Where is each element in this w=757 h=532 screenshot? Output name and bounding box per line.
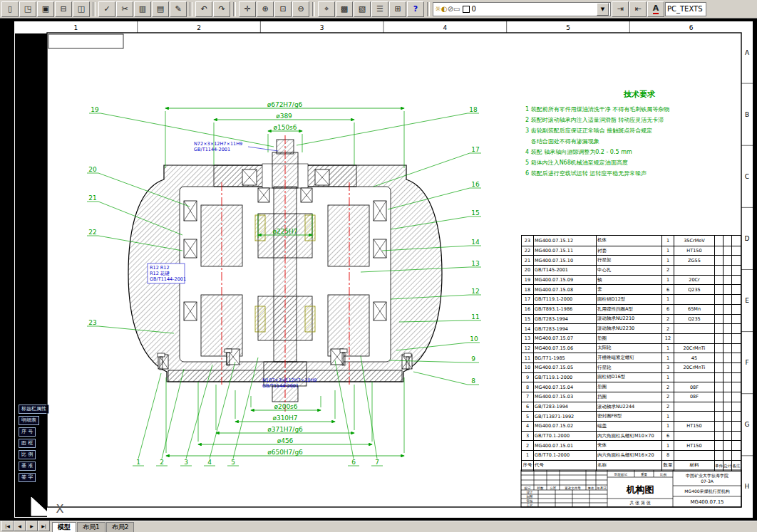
attribute-tag-5[interactable]: 基 准 [19, 461, 36, 471]
bom-cell: 代号 [533, 460, 596, 471]
bom-cell: 08F [674, 382, 714, 392]
make-object-layer-button[interactable]: ⇥ [612, 1, 629, 17]
ucs-button[interactable]: ⌖ [318, 1, 335, 17]
bom-cell [723, 294, 731, 304]
pan-button[interactable]: ✛ [239, 1, 256, 17]
tech-requirements-lines: 1 装配前所有零件用煤油清洗干净 不得有毛刺铁屑等杂物2 装配时滚动轴承内注入适… [525, 104, 743, 179]
layer-state-icon-0[interactable]: ☼ [435, 5, 441, 13]
tab-nav-2[interactable]: ▶ [26, 521, 38, 531]
attribute-tag-1[interactable]: 明细表 [19, 416, 39, 425]
bom-cell: 2 [661, 265, 674, 275]
bom-row: 2MG400.07.15.01壳体1HT150 [522, 440, 741, 450]
attribute-tag-3[interactable]: 图 框 [19, 439, 36, 448]
calculator-button[interactable]: ⊞ [389, 1, 406, 17]
new-button[interactable]: ▯ [1, 1, 19, 17]
copy-button[interactable]: ▥ [134, 1, 151, 17]
bom-cell [714, 421, 723, 431]
tab-nav-3[interactable]: ▶| [38, 521, 50, 531]
plot-preview-button[interactable]: ◫ [73, 1, 90, 17]
bom-cell [731, 333, 741, 343]
bom-row: 16GB/T893.1-1986孔用弹性挡圈A型665Mn [522, 304, 741, 314]
text-style-combo[interactable]: PC_TEXTS [665, 2, 706, 16]
layer-dropdown-arrow[interactable]: ▼ [597, 3, 609, 16]
spelling-button[interactable]: ✓ [98, 1, 115, 17]
bom-cell [714, 440, 723, 450]
bom-cell: 圆柱销D12型 [596, 294, 661, 304]
grid-button[interactable]: ▩ [336, 1, 353, 17]
current-layer-value: 0 [472, 5, 476, 13]
bom-cell: 1 [661, 275, 674, 285]
bom-cell: MG400.07.15.12 [533, 236, 596, 246]
bom-cell: 衬套 [596, 246, 661, 256]
layers-dialog-button[interactable]: ▧ [354, 1, 371, 17]
bom-cell: 2 [522, 440, 533, 450]
paste-button[interactable]: ▤ [152, 1, 169, 17]
bom-table: 23MG400.07.15.12机体135CrMoV22MG400.07.15.… [521, 235, 741, 471]
bom-row: 17GB/T119.1-2000圆柱销D12型1 [522, 294, 741, 304]
open-button[interactable]: ◳ [19, 1, 36, 17]
tab-nav-1[interactable]: ◀ [14, 521, 26, 531]
bom-cell: 19 [522, 275, 533, 285]
bom-cell: 1 [661, 246, 674, 256]
layer-state-icon-3[interactable]: ▭ [453, 5, 460, 13]
bom-cell [731, 323, 741, 333]
bom-cell: MG400.07.15.11 [533, 246, 596, 256]
bom-cell [723, 333, 731, 343]
text-style-button[interactable]: A [647, 1, 664, 17]
zoom-realtime-button[interactable]: ⊕ [257, 1, 274, 17]
tab-nav-0[interactable]: |◀ [1, 521, 14, 531]
tech-requirement-line: 6 装配后进行空载试运转 运转应平稳无异常噪声 [525, 168, 743, 179]
layer-state-icon-1[interactable]: ◐ [441, 5, 448, 13]
bom-cell [723, 411, 731, 421]
bom-cell: GB/T893.1-1986 [533, 304, 596, 314]
print-button[interactable]: ⊟ [55, 1, 72, 17]
bom-cell [723, 372, 731, 382]
bom-row: 22MG400.07.15.11衬套1HT150 [522, 246, 741, 256]
properties-button[interactable]: ☰ [371, 1, 388, 17]
bom-row: 20GB/T145-2001中心孔2 [522, 265, 741, 275]
bom-cell: 垫圈 [596, 382, 661, 392]
bom-cell [731, 382, 741, 392]
bom-cell: 3 [661, 363, 674, 372]
tab-布局1[interactable]: 布局1 [77, 522, 105, 532]
tech-requirement-line: 1 装配前所有零件用煤油清洗干净 不得有毛刺铁屑等杂物 [525, 104, 743, 115]
bom-cell [731, 363, 741, 372]
attribute-tag-6[interactable]: 签 字 [19, 473, 36, 482]
layer-state-icon-2[interactable]: ⊘ [448, 5, 453, 13]
bom-cell: 开槽锥端紧定螺钉 [596, 353, 661, 363]
bom-cell [674, 402, 714, 412]
layer-previous-button[interactable]: ⇤ [629, 1, 647, 17]
bom-row: 1GB/T70.1-2000内六角圆柱头螺钉M16×208 [522, 450, 741, 460]
attribute-tag-list: 标题栏属性明细表序 号图 框比 例基 准签 字 [19, 405, 49, 482]
attribute-tag-4[interactable]: 比 例 [19, 450, 36, 459]
bom-cell: 14 [522, 323, 533, 333]
help-button[interactable]: ? [407, 1, 424, 17]
cut-button[interactable]: ✂ [116, 1, 133, 17]
bom-cell: MG400.07.15.02 [533, 421, 596, 431]
bom-cell: 内六角圆柱头螺钉M10×70 [596, 431, 661, 441]
bom-cell: 壳体 [596, 440, 661, 450]
zoom-previous-button[interactable]: ⊖ [292, 1, 309, 17]
tech-requirement-line: 5 箱体内注入N68机械油至规定油面高度 [525, 157, 743, 168]
tab-模型[interactable]: 模型 [52, 522, 76, 532]
bom-cell: 套 [596, 284, 661, 294]
undo-button[interactable]: ↶ [195, 1, 212, 17]
toolbar-separator [93, 2, 96, 16]
bom-cell [723, 314, 731, 324]
drawing-canvas[interactable]: 标题栏属性明细表序 号图 框比 例基 准签 字 技术要求 1 装配前所有零件用煤… [0, 19, 757, 521]
tab-布局2[interactable]: 布局2 [106, 522, 135, 532]
bom-cell [714, 255, 723, 265]
attribute-tag-0[interactable]: 标题栏属性 [19, 405, 49, 414]
layer-combo[interactable]: ☼◐⊘▭ 0 ▼ [433, 2, 611, 16]
zoom-window-button[interactable]: ⊡ [274, 1, 292, 17]
bom-cell: GB/T70.1-2000 [533, 431, 596, 441]
tech-requirement-line: 4 装配 轴承轴向游隙调整为0.2 - 0.5 mm [525, 147, 743, 157]
match-properties-button[interactable]: ✎ [170, 1, 187, 17]
bom-cell [731, 314, 741, 324]
bom-cell [731, 421, 741, 431]
redo-button[interactable]: ↷ [213, 1, 230, 17]
attribute-tag-2[interactable]: 序 号 [19, 427, 36, 437]
save-button[interactable]: ▣ [37, 1, 54, 17]
bom-cell: 11 [522, 353, 533, 363]
bom-cell [723, 421, 731, 431]
